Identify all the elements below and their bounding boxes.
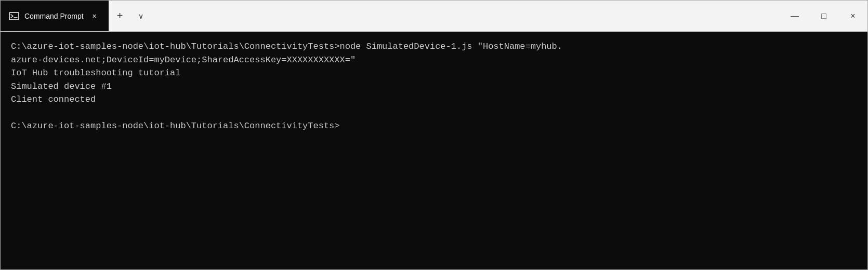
- tab-strip: Command Prompt × + ∨: [1, 1, 780, 31]
- titlebar: Command Prompt × + ∨ — □ ×: [1, 1, 867, 32]
- new-tab-button[interactable]: +: [109, 1, 131, 31]
- terminal-line: Client connected: [11, 93, 857, 106]
- window-controls: — □ ×: [780, 1, 867, 31]
- terminal-line: azure-devices.net;DeviceId=myDevice;Shar…: [11, 53, 857, 67]
- terminal-body[interactable]: C:\azure-iot-samples-node\iot-hub\Tutori…: [1, 32, 867, 269]
- tab-label: Command Prompt: [24, 12, 84, 20]
- terminal-icon: [9, 11, 19, 21]
- active-tab[interactable]: Command Prompt ×: [1, 1, 109, 31]
- svg-rect-0: [9, 12, 19, 20]
- terminal-blank-line: [11, 106, 857, 120]
- terminal-blank-line: [11, 133, 857, 146]
- close-button[interactable]: ×: [838, 1, 867, 31]
- tab-dropdown-button[interactable]: ∨: [131, 1, 150, 31]
- window: Command Prompt × + ∨ — □ × C:\azure-iot-…: [0, 0, 868, 270]
- terminal-line: C:\azure-iot-samples-node\iot-hub\Tutori…: [11, 119, 857, 133]
- minimize-button[interactable]: —: [780, 1, 809, 31]
- terminal-line: C:\azure-iot-samples-node\iot-hub\Tutori…: [11, 40, 857, 53]
- maximize-button[interactable]: □: [809, 1, 838, 31]
- terminal-line: IoT Hub troubleshooting tutorial: [11, 66, 857, 80]
- terminal-line: Simulated device #1: [11, 80, 857, 93]
- tab-close-button[interactable]: ×: [89, 10, 100, 22]
